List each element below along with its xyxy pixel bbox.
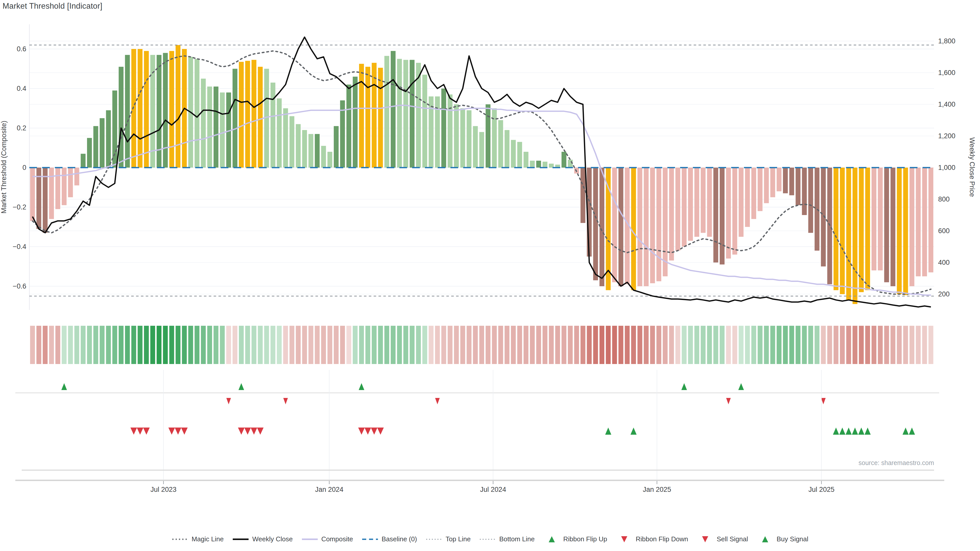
ribbon-cell: [340, 326, 345, 364]
signal-rows: [15, 383, 939, 435]
x-tick-label: Jul 2024: [480, 486, 506, 493]
ribbon-cell: [694, 326, 699, 364]
ribbon-cell: [466, 326, 471, 364]
threshold-bar: [840, 168, 845, 294]
up-triangle-icon: [909, 427, 915, 435]
threshold-bar: [713, 168, 718, 262]
threshold-bar: [638, 168, 642, 286]
threshold-bar: [68, 168, 73, 197]
ribbon-cell: [581, 326, 585, 364]
left-axis-title: Market Threshold (Composite): [0, 121, 8, 213]
ribbon-cell: [112, 326, 117, 364]
ribbon-cell: [277, 326, 282, 364]
ribbon-cell: [321, 326, 326, 364]
threshold-bar: [650, 168, 655, 283]
ribbon-cell: [391, 326, 396, 364]
threshold-bar: [378, 68, 383, 168]
threshold-bar: [827, 168, 832, 284]
ribbon-cell: [144, 326, 149, 364]
buy-signal-icon: [757, 535, 773, 543]
threshold-bar: [758, 168, 762, 211]
right-axis-title: Weekly Close Price: [968, 137, 976, 197]
legend-item-top-line: Top Line: [426, 535, 471, 543]
ribbon-cell: [302, 326, 307, 364]
x-tick-label: Jan 2025: [643, 486, 671, 493]
ribbon-cell: [656, 326, 661, 364]
threshold-bar: [283, 108, 288, 168]
ribbon-cell: [290, 326, 294, 364]
ribbon-cell: [504, 326, 509, 364]
threshold-bar: [764, 168, 769, 203]
threshold-bar: [138, 49, 142, 168]
ribbon-cell: [94, 326, 98, 364]
threshold-bar: [62, 168, 67, 205]
threshold-bar: [81, 154, 86, 168]
threshold-bar: [473, 126, 478, 168]
ribbon-cell: [309, 326, 313, 364]
threshold-bar: [144, 51, 149, 168]
threshold-bar: [404, 60, 408, 168]
down-triangle-icon: [137, 427, 143, 435]
ribbon-cell: [802, 326, 807, 364]
up-triangle-icon: [681, 383, 687, 390]
threshold-bar: [245, 61, 250, 168]
threshold-bar: [309, 134, 313, 168]
threshold-bar: [675, 168, 680, 251]
up-triangle-icon: [630, 427, 636, 435]
ribbon-cell: [87, 326, 92, 364]
threshold-bar: [720, 168, 724, 265]
legend-swatch: [172, 535, 189, 543]
threshold-bar: [441, 89, 446, 168]
threshold-bar: [524, 152, 528, 168]
threshold-bar: [486, 104, 490, 168]
threshold-bar: [530, 161, 535, 168]
ribbon-cell: [669, 326, 674, 364]
ribbon-cell: [928, 326, 933, 364]
threshold-bar: [726, 168, 731, 259]
threshold-bar: [359, 64, 364, 168]
ribbon-cell: [359, 326, 364, 364]
ribbon-cell: [821, 326, 826, 364]
legend-item-magic-line: Magic Line: [172, 535, 224, 543]
threshold-bars: [30, 45, 933, 304]
threshold-bar: [751, 168, 756, 219]
ribbon-cell: [682, 326, 687, 364]
down-triangle-icon: [251, 427, 257, 435]
ribbon-cell: [473, 326, 478, 364]
left-tick-label: 0.4: [17, 85, 26, 92]
legend-label: Ribbon Flip Up: [563, 535, 607, 543]
ribbon-cell: [492, 326, 497, 364]
threshold-bar: [770, 168, 775, 197]
up-triangle-icon: [852, 427, 858, 435]
threshold-bar: [878, 168, 883, 270]
left-tick-label: −0.4: [13, 243, 26, 251]
ribbon-cell: [764, 326, 769, 364]
threshold-bar: [776, 168, 781, 191]
threshold-bar: [688, 168, 693, 241]
threshold-bar: [562, 152, 566, 168]
threshold-bar: [916, 168, 921, 276]
x-tick-label: Jul 2023: [151, 486, 177, 493]
ribbon-cell: [448, 326, 452, 364]
ribbon-cell: [587, 326, 592, 364]
ribbon-cell: [600, 326, 605, 364]
legend-swatch: [362, 535, 379, 543]
threshold-bar: [897, 168, 902, 294]
ribbon-cell: [429, 326, 434, 364]
threshold-bar: [542, 162, 547, 168]
threshold-bar: [321, 146, 326, 168]
ribbon-cell: [701, 326, 706, 364]
threshold-bar: [910, 168, 915, 286]
ribbon-cell: [486, 326, 490, 364]
ribbon-cell: [150, 326, 155, 364]
ribbon-cell: [258, 326, 262, 364]
ribbon-cell: [606, 326, 611, 364]
threshold-bar: [201, 79, 206, 168]
ribbon-cell: [194, 326, 199, 364]
down-triangle-icon: [377, 427, 384, 435]
threshold-bar: [846, 168, 851, 300]
ribbon-cell: [207, 326, 212, 364]
up-triangle-icon: [902, 427, 908, 435]
threshold-bar: [131, 49, 136, 168]
threshold-bar: [30, 168, 35, 221]
